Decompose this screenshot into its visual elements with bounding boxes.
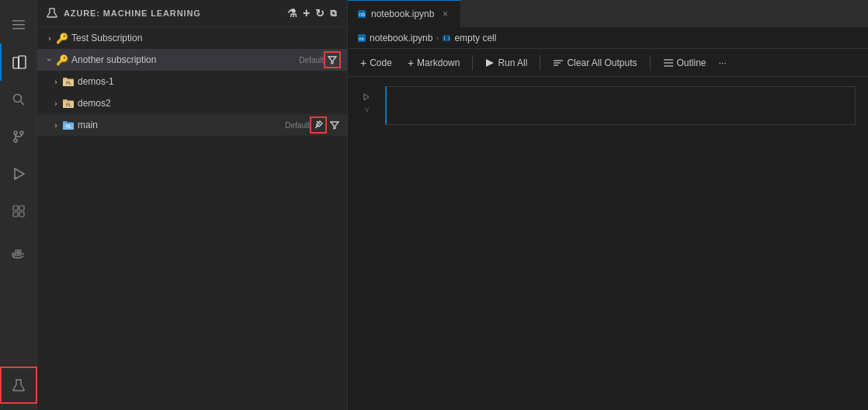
ellipsis-icon: ···: [719, 57, 727, 68]
tab-close-button[interactable]: ×: [439, 8, 451, 20]
svg-rect-1: [12, 24, 25, 26]
filter-small-button[interactable]: [328, 119, 341, 131]
pin-button[interactable]: [310, 116, 327, 134]
sidebar: AZURE: MACHINE LEARNING ⚗ + ↻ ⧉ › 🔑 Test…: [37, 0, 348, 410]
main-label: main: [78, 120, 282, 130]
svg-rect-16: [19, 212, 24, 217]
explorer-icon: [11, 54, 28, 71]
folder-icon-1: ML: [62, 76, 75, 87]
run-all-button[interactable]: Run All: [479, 54, 533, 71]
filter-small-icon: [330, 120, 339, 130]
svg-text:{ }: { }: [443, 36, 450, 40]
svg-rect-21: [19, 250, 21, 252]
toolbar-separator-3: [650, 55, 651, 71]
default-badge: Default: [299, 56, 324, 64]
key-icon: 🔑: [56, 33, 68, 44]
outline-label: Outline: [677, 57, 707, 68]
svg-text:ML: ML: [66, 123, 72, 129]
cell-run-button[interactable]: [359, 89, 374, 105]
code-cell[interactable]: [385, 86, 856, 125]
svg-rect-17: [12, 253, 15, 255]
pin-icon: [314, 120, 323, 130]
svg-line-6: [20, 102, 24, 106]
sidebar-item-demos-2[interactable]: › ML demos2: [37, 92, 347, 114]
notebook-toolbar: + Code + Markdown Run All Clear All Outp…: [348, 49, 868, 77]
toolbar-separator-2: [540, 55, 540, 71]
test-subscription-label: Test Subscription: [71, 33, 341, 43]
docker-button[interactable]: [0, 236, 37, 273]
collapse-icon[interactable]: ⧉: [330, 8, 338, 19]
flask-sidebar-icon: [47, 8, 57, 19]
svg-rect-2: [12, 28, 25, 30]
scm-button[interactable]: [0, 118, 37, 155]
menu-button[interactable]: [0, 6, 37, 43]
breadcrumb-cell[interactable]: empty cell: [454, 33, 496, 43]
filter-button[interactable]: [324, 51, 341, 68]
svg-text:ML: ML: [66, 80, 72, 85]
azure-ml-button[interactable]: [0, 367, 37, 404]
clear-all-outputs-button[interactable]: Clear All Outputs: [547, 54, 643, 71]
activity-bar: [0, 0, 37, 410]
chevron-right-icon: ›: [43, 32, 56, 44]
svg-marker-45: [364, 94, 369, 100]
svg-rect-20: [16, 250, 18, 252]
plus-icon: +: [360, 57, 366, 69]
refresh-icon[interactable]: ↻: [315, 7, 325, 19]
chevron-right-icon-3: ›: [50, 97, 62, 109]
docker-icon: [11, 247, 26, 262]
breadcrumb-notebook[interactable]: notebook.ipynb: [370, 33, 432, 43]
add-icon[interactable]: +: [303, 6, 311, 20]
demos-1-label: demos-1: [78, 76, 341, 87]
run-button[interactable]: [0, 155, 37, 193]
notebook-tab-label: notebook.ipynb: [371, 9, 434, 19]
plus-markdown-icon: +: [408, 57, 414, 69]
svg-point-8: [14, 139, 17, 142]
svg-rect-3: [13, 57, 19, 68]
main-actions: [310, 116, 341, 134]
flask-add-icon[interactable]: ⚗: [287, 7, 298, 19]
breadcrumb-separator: ›: [436, 33, 439, 43]
svg-rect-13: [13, 206, 18, 210]
cell-container-1: ∨: [348, 86, 868, 125]
sidebar-item-demos-1[interactable]: › ML demos-1: [37, 71, 347, 92]
breadcrumb-cell-label: empty cell: [454, 33, 496, 43]
outline-icon: [663, 58, 674, 68]
notebook-tab[interactable]: nb notebook.ipynb ×: [348, 0, 461, 27]
svg-marker-38: [486, 59, 494, 67]
more-options-button[interactable]: ···: [716, 54, 730, 71]
notebook-editor: ∨: [348, 77, 868, 410]
sidebar-item-another-subscription[interactable]: › 🔑 Another subscription Default: [37, 49, 347, 71]
breadcrumb-notebook-icon: nb: [357, 33, 366, 43]
extensions-icon: [12, 204, 26, 218]
svg-rect-14: [19, 206, 24, 210]
search-button[interactable]: [0, 81, 37, 118]
svg-point-5: [13, 95, 21, 102]
extensions-button[interactable]: [0, 193, 37, 230]
folder-icon-3: ML: [62, 120, 75, 130]
subscription-actions: [324, 51, 341, 68]
add-code-button[interactable]: + Code: [354, 54, 398, 72]
main-default-badge: Default: [285, 121, 310, 130]
outline-button[interactable]: Outline: [657, 54, 713, 71]
tab-bar: nb notebook.ipynb ×: [348, 0, 868, 27]
flask-bottom-icon: [12, 378, 26, 392]
key-icon-2: 🔑: [56, 54, 68, 66]
sidebar-tree: › 🔑 Test Subscription › 🔑 Another subscr…: [37, 27, 347, 410]
cell-expand-icon[interactable]: ∨: [364, 105, 370, 113]
sidebar-title: AZURE: MACHINE LEARNING: [64, 9, 201, 18]
code-label: Code: [370, 57, 392, 68]
sidebar-item-main[interactable]: › ML main Default: [37, 114, 347, 136]
svg-text:nb: nb: [359, 12, 365, 18]
sidebar-item-test-subscription[interactable]: › 🔑 Test Subscription: [37, 27, 347, 49]
svg-rect-18: [16, 253, 18, 255]
scm-icon: [12, 130, 26, 144]
svg-rect-4: [19, 56, 26, 68]
another-subscription-label: Another subscription: [71, 54, 296, 65]
add-markdown-button[interactable]: + Markdown: [401, 54, 467, 72]
run-all-icon: [485, 58, 495, 68]
toolbar-separator-1: [472, 55, 473, 71]
explorer-button[interactable]: [0, 43, 37, 81]
cell-gutter-1: ∨: [348, 86, 385, 113]
svg-point-9: [20, 131, 23, 134]
search-icon: [12, 92, 26, 106]
